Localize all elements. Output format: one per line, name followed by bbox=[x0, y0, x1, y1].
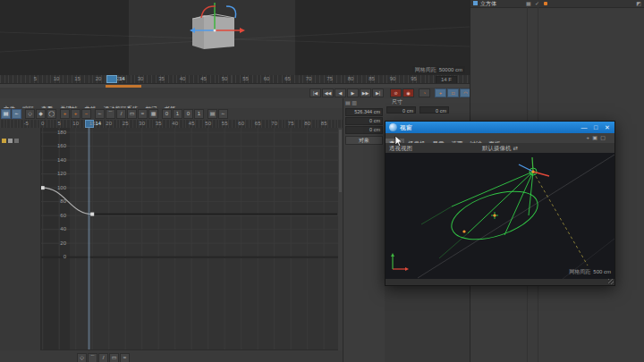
fcurve-tool-11[interactable]: ▭ bbox=[127, 109, 137, 119]
position-field-z[interactable]: 0 cm bbox=[345, 126, 383, 134]
fcurve-tool-2[interactable]: ◇ bbox=[25, 109, 35, 119]
fcurve-toolbar: ▤～◇◆◯++−～⌒/▭≈▦0101▤～ bbox=[0, 108, 343, 121]
tag-icon[interactable] bbox=[544, 2, 547, 5]
coordinate-manager: ▤ ▥ 526.344 cm0 cm0 cm 对象 bbox=[343, 98, 385, 362]
resize-grip[interactable] bbox=[608, 279, 614, 284]
fcurve-tool-5[interactable]: + bbox=[60, 109, 70, 119]
fcurve-tool-4[interactable]: ◯ bbox=[47, 109, 56, 119]
fcurve-ruler-label: 15 bbox=[86, 120, 98, 128]
fcurve-tool-10[interactable]: / bbox=[116, 109, 126, 119]
mouse-cursor bbox=[394, 136, 403, 147]
fcurve-tool-1[interactable]: ～ bbox=[12, 109, 21, 119]
fcurve-tool-0[interactable]: ▤ bbox=[1, 109, 11, 119]
autokeying-button[interactable]: ◉ bbox=[402, 88, 414, 97]
fcurve-tool-15[interactable]: 1 bbox=[173, 109, 182, 119]
position-field-x[interactable]: 526.344 cm bbox=[345, 108, 383, 116]
keyframe-selection-button[interactable]: ◔ bbox=[419, 88, 430, 97]
window-bottom-strip bbox=[386, 279, 614, 285]
fcurve-tool-14[interactable]: 0 bbox=[162, 109, 172, 119]
fcurve-value-label: 120 bbox=[45, 171, 66, 176]
fcurve-value-label: 40 bbox=[45, 226, 66, 232]
fcurve-tool-13[interactable]: ▦ bbox=[148, 109, 158, 119]
main-ruler-label: 35 bbox=[156, 75, 168, 83]
main-ruler-label: 95 bbox=[408, 75, 420, 83]
window-titlebar[interactable]: 视窗 — □ ✕ bbox=[386, 122, 614, 133]
play-forward-button[interactable]: ▶ bbox=[347, 88, 359, 97]
main-ruler-label: 5 bbox=[30, 75, 42, 83]
main-ruler-label: 80 bbox=[344, 75, 357, 83]
main-timeline-ruler[interactable]: 14 5101520253035404550556065707580859095 bbox=[0, 75, 470, 83]
viewport-mini-icon[interactable]: ▢ bbox=[600, 133, 606, 143]
fcurve-footer-tool-0[interactable]: ◇ bbox=[77, 353, 87, 362]
viewport-grid-spacing: 网格间距500 cm bbox=[569, 268, 611, 276]
fcurve-tool-17[interactable]: 1 bbox=[194, 109, 204, 119]
main-ruler-label: 90 bbox=[386, 75, 399, 83]
fcurve-tool-16[interactable]: 0 bbox=[183, 109, 193, 119]
fcurve-ruler-label: 40 bbox=[169, 120, 182, 128]
fcurve-footer-tool-4[interactable]: ≈ bbox=[120, 353, 130, 362]
next-frame-button[interactable]: ▶▶ bbox=[360, 88, 371, 97]
fcurve-plot-area[interactable]: 180160140120100806040200 bbox=[0, 128, 343, 350]
go-to-start-button[interactable]: |◀ bbox=[309, 88, 321, 97]
fcurve-tool-6[interactable]: + bbox=[71, 109, 80, 119]
fcurve-ruler-label: 80 bbox=[301, 120, 314, 128]
cube-object-icon bbox=[472, 0, 479, 6]
fcurve-footer-tool-2[interactable]: / bbox=[98, 353, 108, 362]
panel-corner-icon[interactable]: ◩ bbox=[636, 0, 641, 7]
previous-key-button[interactable]: ◀◀ bbox=[322, 88, 334, 97]
fcurve-ruler-label: 70 bbox=[268, 120, 281, 128]
floating-viewport-canvas[interactable]: 网格间距500 cm bbox=[386, 153, 614, 279]
fcurve-tool-8[interactable]: ～ bbox=[95, 109, 105, 119]
window-icon bbox=[389, 123, 397, 131]
fcurve-footer-tool-3[interactable]: ▭ bbox=[109, 353, 119, 362]
position-field-y[interactable]: 0 cm bbox=[345, 117, 383, 125]
main-ruler-label: 20 bbox=[92, 75, 105, 83]
fcurve-tool-7[interactable]: − bbox=[81, 109, 91, 119]
go-to-end-button[interactable]: ▶| bbox=[372, 88, 384, 97]
fcurve-value-label: 0 bbox=[45, 254, 66, 259]
fcurve-ruler-label: 0 bbox=[37, 120, 49, 128]
fcurve-tool-3[interactable]: ◆ bbox=[36, 109, 46, 119]
fcurve-footer-toolbar: ◇⌒/▭≈ bbox=[0, 349, 343, 362]
fcurve-value-label: 60 bbox=[45, 213, 66, 218]
size-field-1[interactable]: 0 cm bbox=[419, 106, 449, 114]
coordinate-mode-dropdown[interactable]: 对象 bbox=[345, 136, 383, 145]
fcurve-tool-19[interactable]: ～ bbox=[218, 109, 228, 119]
size-field-0[interactable]: 0 cm bbox=[386, 106, 416, 114]
minimize-button[interactable]: — bbox=[579, 122, 589, 133]
track-chip[interactable] bbox=[14, 139, 19, 143]
record-position-button[interactable]: + bbox=[435, 88, 446, 97]
close-button[interactable]: ✕ bbox=[602, 122, 613, 133]
viewport-scene-cube bbox=[0, 0, 470, 75]
coordinate-tabs[interactable]: ▤ ▥ bbox=[343, 98, 385, 107]
enabled-check-icon[interactable]: ✓ bbox=[535, 0, 539, 7]
viewport-mini-icon[interactable]: ▣ bbox=[592, 133, 597, 143]
main-ruler-label: 45 bbox=[198, 75, 210, 83]
fcurve-footer-tool-1[interactable]: ⌒ bbox=[88, 353, 97, 362]
object-manager-row[interactable]: 立方体 ▦ ✓ ◩ bbox=[470, 0, 644, 8]
main-ruler-label: 10 bbox=[50, 75, 63, 83]
maximize-button[interactable]: □ bbox=[590, 122, 601, 133]
track-chip[interactable] bbox=[2, 139, 6, 143]
record-scale-button[interactable]: □ bbox=[447, 88, 459, 97]
record-active-objects-button[interactable]: ⊘ bbox=[390, 88, 402, 97]
fcurve-tool-9[interactable]: ⌒ bbox=[106, 109, 115, 119]
main-viewport[interactable]: 网格间距50000 cm bbox=[0, 0, 470, 75]
fcurve-ruler-label: 55 bbox=[218, 120, 231, 128]
fcurve-track-list[interactable] bbox=[0, 128, 41, 350]
timeline-fcurve-window: 文件编辑查看关键帧曲线运动剪辑系统标记书签 ▤～◇◆◯++−～⌒/▭≈▦0101… bbox=[0, 98, 343, 362]
fcurve-tool-18[interactable]: ▤ bbox=[208, 109, 217, 119]
viewport-mini-icon[interactable]: + bbox=[586, 133, 589, 143]
layer-icon[interactable]: ▦ bbox=[526, 0, 531, 7]
fcurve-value-label: 100 bbox=[45, 185, 66, 190]
main-ruler-label: 50 bbox=[218, 75, 231, 83]
size-header[interactable]: 尺寸 bbox=[392, 98, 402, 105]
floating-viewport-window[interactable]: 视窗 — □ ✕ 查看摄像机显示选项过滤面板+▣▢ 透视视图 默认摄像机 ⇄ bbox=[385, 121, 615, 286]
track-chip[interactable] bbox=[8, 139, 13, 143]
previous-frame-button[interactable]: ◀ bbox=[335, 88, 346, 97]
camera-label[interactable]: 默认摄像机 ⇄ bbox=[482, 143, 518, 153]
object-name[interactable]: 立方体 bbox=[480, 0, 496, 7]
fcurve-ruler-label: 65 bbox=[251, 120, 264, 128]
fcurve-tool-12[interactable]: ≈ bbox=[138, 109, 148, 119]
fcurve-vertical-scrollbar[interactable] bbox=[338, 128, 343, 350]
